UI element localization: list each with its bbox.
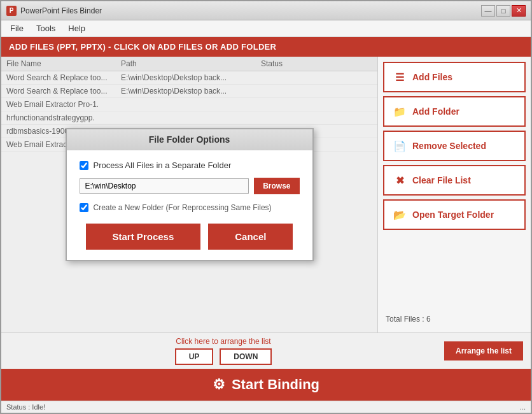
open-target-folder-icon: 📂: [392, 207, 407, 222]
up-button[interactable]: UP: [175, 348, 214, 365]
folder-path-row: Browse: [80, 178, 300, 194]
open-target-folder-label: Open Target Folder: [412, 210, 494, 220]
title-bar: P PowerPoint Files Binder — □ ✕: [1, 1, 531, 20]
menu-file[interactable]: File: [4, 22, 30, 35]
start-binding-bar[interactable]: ⚙ Start Binding: [1, 369, 531, 401]
window-controls: — □ ✕: [481, 5, 526, 17]
create-new-folder-row: Create a New Folder (For Reprocessing Sa…: [80, 203, 300, 212]
start-process-button[interactable]: Start Process: [86, 224, 201, 250]
folder-path-input[interactable]: [80, 178, 249, 194]
dialog-buttons: Start Process Cancel: [80, 224, 300, 250]
add-folder-label: Add Folder: [412, 106, 459, 117]
process-all-files-label: Process All Files in a Separate Folder: [94, 161, 232, 170]
arrange-list-text[interactable]: Click here to arrange the list: [176, 337, 270, 346]
dialog-title: File Folder Options: [67, 129, 312, 150]
dialog-body: Process All Files in a Separate Folder B…: [67, 150, 312, 260]
process-all-files-checkbox[interactable]: [80, 161, 88, 170]
dialog-overlay: File Folder Options Process All Files in…: [1, 57, 377, 332]
down-button[interactable]: DOWN: [220, 348, 272, 365]
minimize-button[interactable]: —: [481, 5, 495, 17]
start-binding-label: Start Binding: [232, 376, 319, 393]
bottom-area: Click here to arrange the list UP DOWN A…: [1, 332, 531, 369]
main-content: File Name Path Status Word Search & Repl…: [1, 57, 531, 332]
app-icon: P: [6, 6, 17, 16]
clear-file-list-icon: ✖: [392, 173, 407, 188]
status-text: Status : Idle!: [6, 403, 45, 411]
create-new-folder-checkbox[interactable]: [80, 203, 88, 212]
remove-selected-icon: 📄: [392, 138, 407, 153]
open-target-folder-button[interactable]: 📂 Open Target Folder: [383, 199, 526, 230]
file-folder-options-dialog: File Folder Options Process All Files in…: [66, 128, 314, 261]
header-banner: ADD FILES (PPT, PPTX) - CLICK ON ADD FIL…: [1, 37, 531, 57]
close-button[interactable]: ✕: [512, 5, 526, 17]
menu-tools[interactable]: Tools: [30, 22, 62, 35]
add-files-button[interactable]: ☰ Add Files: [383, 62, 526, 92]
file-list-area: File Name Path Status Word Search & Repl…: [1, 57, 378, 332]
total-files: Total Files : 6: [383, 311, 526, 327]
add-folder-icon: 📁: [392, 104, 407, 119]
menu-help[interactable]: Help: [62, 22, 92, 35]
add-files-icon: ☰: [392, 69, 407, 85]
menu-bar: File Tools Help: [1, 20, 531, 37]
add-folder-button[interactable]: 📁 Add Folder: [383, 96, 526, 127]
clear-file-list-button[interactable]: ✖ Clear File List: [383, 165, 526, 196]
status-bar: Status : Idle! ...: [1, 401, 531, 413]
create-new-folder-label: Create a New Folder (For Reprocessing Sa…: [94, 203, 272, 212]
gear-icon: ⚙: [213, 376, 225, 393]
arrange-list-button[interactable]: Arrange the list: [444, 341, 523, 360]
status-dots: ...: [520, 403, 526, 411]
remove-selected-label: Remove Selected: [412, 141, 486, 151]
window-title: PowerPoint Files Binder: [20, 6, 481, 15]
process-all-files-row: Process All Files in a Separate Folder: [80, 161, 300, 170]
maximize-button[interactable]: □: [496, 5, 510, 17]
sidebar: ☰ Add Files 📁 Add Folder 📄 Remove Select…: [378, 57, 531, 332]
add-files-label: Add Files: [412, 72, 452, 82]
clear-file-list-label: Clear File List: [412, 175, 471, 185]
browse-button[interactable]: Browse: [254, 178, 299, 194]
main-window: P PowerPoint Files Binder — □ ✕ File Too…: [0, 0, 532, 414]
cancel-button[interactable]: Cancel: [208, 224, 293, 250]
remove-selected-button[interactable]: 📄 Remove Selected: [383, 131, 526, 161]
